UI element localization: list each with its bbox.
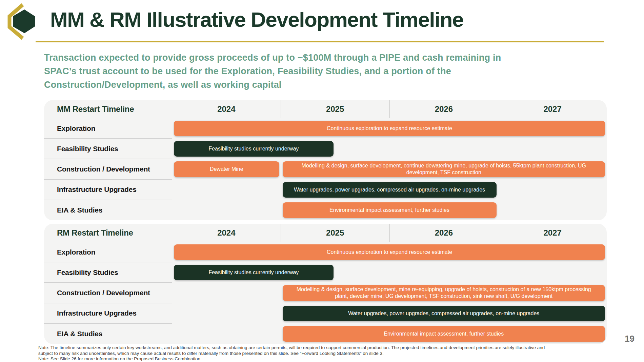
row-label: Feasibility Studies xyxy=(44,139,172,159)
timeline-row: Construction / DevelopmentModelling & de… xyxy=(44,283,607,303)
row-bars-area: Modelling & design, surface development,… xyxy=(172,283,607,303)
timeline-bar-label: Dewater Mine xyxy=(210,166,243,173)
timeline-bar-label: Continuous exploration to expand resourc… xyxy=(327,249,452,256)
row-bars-area: Environmental impact assessment, further… xyxy=(172,324,607,344)
row-bars-area: Environmental impact assessment, further… xyxy=(172,200,607,220)
year-header: 2026 xyxy=(390,224,499,242)
timeline-row: ExplorationContinuous exploration to exp… xyxy=(44,118,607,139)
table-title: MM Restart Timeline xyxy=(44,100,172,118)
timeline-bar: Feasibility studies currently underway xyxy=(174,141,334,157)
row-bars-area: Feasibility studies currently underway xyxy=(172,139,607,159)
timeline-row: ExplorationContinuous exploration to exp… xyxy=(44,242,607,262)
row-label: Exploration xyxy=(44,118,172,139)
timelines-container: MM Restart Timeline2024202520262027Explo… xyxy=(0,0,644,362)
timeline-bar-label: Water upgrades, power upgrades, compress… xyxy=(348,310,539,317)
timeline-bar: Continuous exploration to expand resourc… xyxy=(174,121,605,136)
row-bars-area: Water upgrades, power upgrades, compress… xyxy=(172,180,607,200)
year-header: 2024 xyxy=(172,224,281,242)
timeline-bar: Modelling & design, surface development,… xyxy=(283,161,605,177)
row-label: EIA & Studies xyxy=(44,324,172,344)
timeline-bar-label: Feasibility studies currently underway xyxy=(208,145,299,152)
row-bars-area: Water upgrades, power upgrades, compress… xyxy=(172,303,607,324)
row-bars-area: Continuous exploration to expand resourc… xyxy=(172,242,607,262)
timeline-row: Feasibility StudiesFeasibility studies c… xyxy=(44,262,607,283)
timeline-bar-label: Modelling & design, surface development,… xyxy=(291,286,597,300)
timeline-bar: Water upgrades, power upgrades, compress… xyxy=(283,306,605,321)
row-bars-area: Dewater MineModelling & design, surface … xyxy=(172,159,607,179)
timeline-row: EIA & StudiesEnvironmental impact assess… xyxy=(44,324,607,344)
year-header: 2025 xyxy=(281,224,390,242)
timeline-bar-label: Water upgrades, power upgrades, compress… xyxy=(294,186,485,193)
row-label: EIA & Studies xyxy=(44,200,172,220)
timeline-bar: Environmental impact assessment, further… xyxy=(283,202,497,218)
timeline-bar-label: Environmental impact assessment, further… xyxy=(384,330,504,337)
timeline-bar: Modelling & design, surface development,… xyxy=(283,285,605,301)
timeline-row: Infrastructure UpgradesWater upgrades, p… xyxy=(44,180,607,200)
timeline-bar: Feasibility studies currently underway xyxy=(174,265,334,280)
timeline-bar-label: Continuous exploration to expand resourc… xyxy=(327,125,452,132)
footnote-line-1: Note: The timeline summarizes only certa… xyxy=(38,345,621,351)
table-header-row: RM Restart Timeline2024202520262027 xyxy=(44,224,607,242)
row-label: Construction / Development xyxy=(44,159,172,179)
rm-restart-timeline-table: RM Restart Timeline2024202520262027Explo… xyxy=(44,224,607,344)
timeline-bar: Continuous exploration to expand resourc… xyxy=(174,244,605,260)
year-header: 2027 xyxy=(498,100,607,118)
timeline-row: Construction / DevelopmentDewater MineMo… xyxy=(44,159,607,179)
table-title: RM Restart Timeline xyxy=(44,224,172,242)
footnote-line-3: Note: See Slide 26 for more information … xyxy=(38,356,621,362)
timeline-bar: Water upgrades, power upgrades, compress… xyxy=(283,182,497,198)
timeline-row: Feasibility StudiesFeasibility studies c… xyxy=(44,139,607,159)
row-label: Construction / Development xyxy=(44,283,172,303)
page-number: 19 xyxy=(625,334,635,344)
row-bars-area: Feasibility studies currently underway xyxy=(172,262,607,283)
timeline-bar-label: Feasibility studies currently underway xyxy=(208,269,299,276)
row-label: Feasibility Studies xyxy=(44,262,172,283)
timeline-bar-label: Environmental impact assessment, further… xyxy=(329,207,449,214)
table-header-row: MM Restart Timeline2024202520262027 xyxy=(44,100,607,118)
year-header: 2024 xyxy=(172,100,281,118)
row-label: Infrastructure Upgrades xyxy=(44,180,172,200)
timeline-bar-label: Modelling & design, surface development,… xyxy=(291,162,597,176)
row-bars-area: Continuous exploration to expand resourc… xyxy=(172,118,607,139)
timeline-row: EIA & StudiesEnvironmental impact assess… xyxy=(44,200,607,220)
timeline-bar: Environmental impact assessment, further… xyxy=(283,326,605,342)
timeline-row: Infrastructure UpgradesWater upgrades, p… xyxy=(44,303,607,324)
mm-restart-timeline-table: MM Restart Timeline2024202520262027Explo… xyxy=(44,100,607,220)
footnote: Note: The timeline summarizes only certa… xyxy=(38,345,621,362)
row-label: Exploration xyxy=(44,242,172,262)
year-header: 2026 xyxy=(390,100,499,118)
year-header: 2025 xyxy=(281,100,390,118)
footnote-line-2: subject to many risk and uncertainties, … xyxy=(38,351,621,357)
year-header: 2027 xyxy=(498,224,607,242)
row-label: Infrastructure Upgrades xyxy=(44,303,172,324)
timeline-bar: Dewater Mine xyxy=(174,161,279,177)
